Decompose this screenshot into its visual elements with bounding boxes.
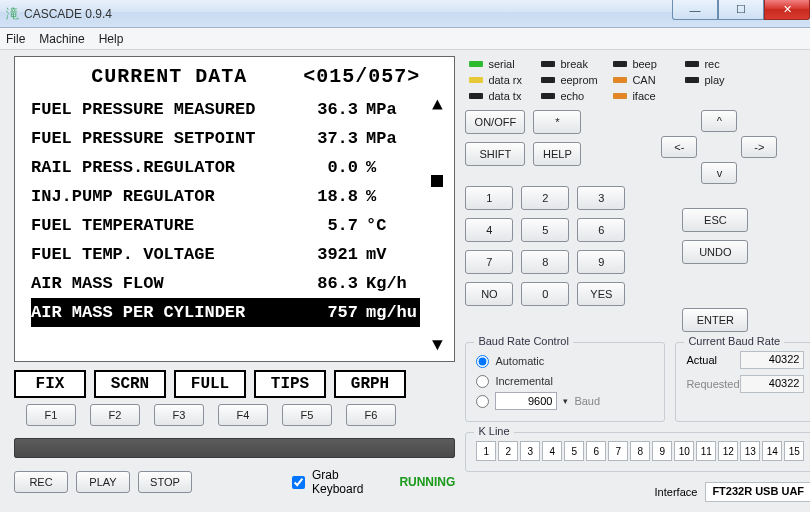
kline-cell-15[interactable]: 15 [784, 441, 804, 461]
led-indicator-icon [469, 77, 483, 83]
scroll-thumb[interactable] [431, 175, 443, 187]
no-button[interactable]: NO [465, 282, 513, 306]
arrow-pad: ^ <- -> v [661, 110, 777, 184]
led-break: break [541, 58, 613, 70]
led-data-rx: data rx [469, 74, 541, 86]
lcd-row-value: 757 [291, 303, 366, 322]
interface-row: Interface FT232R USB UAF [465, 482, 810, 502]
arrow-right-button[interactable]: -> [741, 136, 777, 158]
digit-9-button[interactable]: 9 [577, 250, 625, 274]
lcd-row-unit: °C [366, 216, 386, 235]
lcd-row[interactable]: FUEL PRESSURE MEASURED36.3MPa [31, 95, 420, 124]
grab-keyboard-checkbox[interactable]: Grab Keyboard [288, 468, 363, 496]
kline-cell-1[interactable]: 1 [476, 441, 496, 461]
kline-cell-6[interactable]: 6 [586, 441, 606, 461]
fnkey-f6[interactable]: F6 [346, 404, 396, 426]
baud-manual-radio[interactable]: ▾ Baud [476, 391, 654, 411]
kline-cell-9[interactable]: 9 [652, 441, 672, 461]
menu-help[interactable]: Help [99, 32, 124, 46]
led-indicator-icon [541, 77, 555, 83]
maximize-button[interactable]: ☐ [718, 0, 764, 20]
kline-cell-2[interactable]: 2 [498, 441, 518, 461]
kline-cell-13[interactable]: 13 [740, 441, 760, 461]
transport-row: REC PLAY STOP Grab Keyboard RUNNING [14, 468, 455, 496]
kline-cell-3[interactable]: 3 [520, 441, 540, 461]
digit-8-button[interactable]: 8 [521, 250, 569, 274]
fnkey-f5[interactable]: F5 [282, 404, 332, 426]
fnkey-f4[interactable]: F4 [218, 404, 268, 426]
interface-value: FT232R USB UAF [705, 482, 810, 502]
kline-cell-5[interactable]: 5 [564, 441, 584, 461]
close-button[interactable]: ✕ [764, 0, 810, 20]
titlebar: 滝 CASCADE 0.9.4 — ☐ ✕ [0, 0, 810, 28]
digit-0-button[interactable]: 0 [521, 282, 569, 306]
star-button[interactable]: * [533, 110, 581, 134]
digit-4-button[interactable]: 4 [465, 218, 513, 242]
lcd-row-label: FUEL TEMP. VOLTAGE [31, 245, 291, 264]
shift-button[interactable]: SHIFT [465, 142, 525, 166]
keypad-area: ON/OFF * SHIFT HELP 1 2 3 4 5 6 [465, 110, 810, 332]
digit-5-button[interactable]: 5 [521, 218, 569, 242]
kline-cell-8[interactable]: 8 [630, 441, 650, 461]
arrow-up-button[interactable]: ^ [701, 110, 737, 132]
help-button[interactable]: HELP [533, 142, 581, 166]
lcd-scrollbar[interactable]: ▲ ▼ [426, 95, 448, 355]
actual-baud-value: 40322 [740, 351, 804, 369]
digit-6-button[interactable]: 6 [577, 218, 625, 242]
lcd-row[interactable]: AIR MASS PER CYLINDER757mg/hu [31, 298, 420, 327]
kline-cell-7[interactable]: 7 [608, 441, 628, 461]
lcd-row[interactable]: INJ.PUMP REGULATOR18.8% [31, 182, 420, 211]
kline-cell-12[interactable]: 12 [718, 441, 738, 461]
lcd-row[interactable]: FUEL TEMPERATURE5.7°C [31, 211, 420, 240]
softkey-tips[interactable]: TIPS [254, 370, 326, 398]
onoff-button[interactable]: ON/OFF [465, 110, 525, 134]
grab-keyboard-input[interactable] [292, 476, 305, 489]
fnkey-f1[interactable]: F1 [26, 404, 76, 426]
led-indicator-icon [613, 77, 627, 83]
undo-button[interactable]: UNDO [682, 240, 748, 264]
lcd-row-unit: mV [366, 245, 386, 264]
lcd-row-value: 18.8 [291, 187, 366, 206]
fnkey-f2[interactable]: F2 [90, 404, 140, 426]
softkey-grph[interactable]: GRPH [334, 370, 406, 398]
digit-7-button[interactable]: 7 [465, 250, 513, 274]
digit-2-button[interactable]: 2 [521, 186, 569, 210]
scroll-up-icon[interactable]: ▲ [432, 95, 443, 115]
yes-button[interactable]: YES [577, 282, 625, 306]
digit-3-button[interactable]: 3 [577, 186, 625, 210]
play-button[interactable]: PLAY [76, 471, 130, 493]
baud-automatic-radio[interactable]: Automatic [476, 351, 654, 371]
baud-manual-select[interactable] [495, 392, 557, 410]
arrow-left-button[interactable]: <- [661, 136, 697, 158]
led-iface: iface [613, 90, 685, 102]
softkey-full[interactable]: FULL [174, 370, 246, 398]
kline-cell-4[interactable]: 4 [542, 441, 562, 461]
kline-cell-11[interactable]: 11 [696, 441, 716, 461]
led-data-tx: data tx [469, 90, 541, 102]
kline-cell-10[interactable]: 10 [674, 441, 694, 461]
softkey-fix[interactable]: FIX [14, 370, 86, 398]
window-title: CASCADE 0.9.4 [24, 7, 112, 21]
lcd-row-value: 3921 [291, 245, 366, 264]
menu-file[interactable]: File [6, 32, 25, 46]
lcd-row[interactable]: AIR MASS FLOW86.3Kg/h [31, 269, 420, 298]
arrow-down-button[interactable]: v [701, 162, 737, 184]
minimize-button[interactable]: — [672, 0, 718, 20]
actual-baud-label: Actual [686, 354, 717, 366]
lcd-row-label: AIR MASS PER CYLINDER [31, 303, 291, 322]
scroll-down-icon[interactable]: ▼ [432, 335, 443, 355]
lcd-row[interactable]: FUEL TEMP. VOLTAGE3921mV [31, 240, 420, 269]
stop-button[interactable]: STOP [138, 471, 192, 493]
esc-button[interactable]: ESC [682, 208, 748, 232]
led-indicator-icon [685, 77, 699, 83]
digit-1-button[interactable]: 1 [465, 186, 513, 210]
lcd-row[interactable]: RAIL PRESS.REGULATOR0.0% [31, 153, 420, 182]
lcd-row[interactable]: FUEL PRESSURE SETPOINT37.3MPa [31, 124, 420, 153]
enter-button[interactable]: ENTER [682, 308, 748, 332]
softkey-scrn[interactable]: SCRN [94, 370, 166, 398]
baud-incremental-radio[interactable]: Incremental [476, 371, 654, 391]
rec-button[interactable]: REC [14, 471, 68, 493]
kline-cell-14[interactable]: 14 [762, 441, 782, 461]
menu-machine[interactable]: Machine [39, 32, 84, 46]
fnkey-f3[interactable]: F3 [154, 404, 204, 426]
